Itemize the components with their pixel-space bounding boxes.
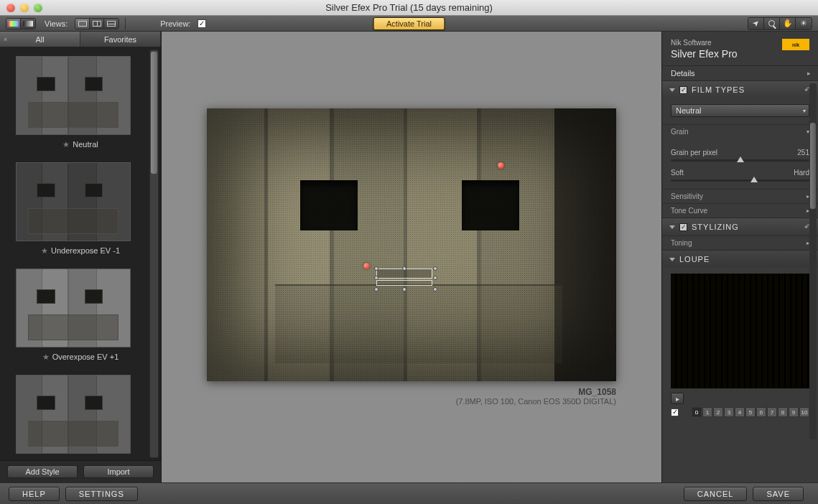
- details-label: Details: [671, 69, 695, 78]
- grain-per-pixel-label: Grain per pixel: [671, 149, 717, 157]
- tab-all[interactable]: ×All: [0, 32, 80, 47]
- zone-2[interactable]: 2: [713, 407, 723, 417]
- main-image[interactable]: [207, 108, 616, 381]
- window-titlebar: Silver Efex Pro Trial (15 days remaining…: [0, 0, 818, 16]
- loupe-preview[interactable]: [671, 274, 810, 388]
- import-button[interactable]: Import: [83, 465, 154, 478]
- preset-scrollbar[interactable]: [149, 50, 159, 458]
- film-type-value: Neutral: [676, 106, 701, 115]
- grain-label: Grain: [671, 128, 688, 136]
- grain-hardness-slider[interactable]: [671, 179, 809, 182]
- tone-curve-row[interactable]: Tone Curve ▸: [662, 203, 818, 218]
- color-mode-color[interactable]: [6, 19, 21, 29]
- close-icon[interactable]: ×: [4, 36, 7, 43]
- light-tool[interactable]: ☀: [796, 18, 812, 29]
- add-style-button[interactable]: Add Style: [7, 465, 78, 478]
- stylizing-checkbox[interactable]: ✓: [679, 223, 687, 231]
- favorite-star-icon[interactable]: ★: [62, 140, 70, 149]
- zone-4[interactable]: 4: [735, 407, 745, 417]
- preview-checkbox[interactable]: ✓: [197, 19, 206, 28]
- brand-header: Nik Software Silver Efex Pro nik: [662, 32, 818, 65]
- preset-item[interactable]: [16, 375, 145, 454]
- view-single[interactable]: [75, 19, 90, 29]
- save-button[interactable]: SAVE: [753, 487, 804, 501]
- triangle-down-icon: [669, 225, 675, 229]
- minimize-window-button[interactable]: [20, 4, 29, 12]
- main-area: ×All Favorites ★Neutral ★Underexpose EV …: [0, 32, 818, 482]
- magnifier-icon: [768, 20, 775, 27]
- control-point-sliders[interactable]: [371, 263, 439, 290]
- cancel-button[interactable]: CANCEL: [684, 487, 748, 501]
- zone-checkbox[interactable]: ✓: [671, 409, 679, 416]
- loupe-pin-button[interactable]: ▸: [671, 393, 684, 404]
- grain-per-pixel-slider[interactable]: [671, 159, 809, 162]
- preset-item[interactable]: ★Underexpose EV -1: [16, 162, 145, 256]
- dropdown-icon: ▾: [803, 108, 806, 114]
- stylizing-section-header[interactable]: ✓ STYLIZING ↶: [662, 218, 818, 235]
- right-panel: Nik Software Silver Efex Pro nik Details…: [661, 32, 818, 482]
- zone-1[interactable]: 1: [702, 407, 712, 417]
- zone-6[interactable]: 6: [756, 407, 766, 417]
- right-panel-scrollbar[interactable]: [809, 83, 817, 439]
- soft-label: Soft: [671, 169, 684, 177]
- settings-button[interactable]: SETTINGS: [65, 487, 138, 501]
- loupe-section-header[interactable]: LOUPE: [662, 251, 818, 268]
- film-types-label: FILM TYPES: [692, 85, 745, 94]
- sensitivity-row[interactable]: Sensitivity ▸: [662, 189, 818, 203]
- color-mode-grey[interactable]: [21, 19, 35, 29]
- stylizing-label: STYLIZING: [692, 223, 739, 231]
- film-type-select[interactable]: Neutral ▾: [671, 104, 809, 117]
- hand-icon: ✋: [783, 19, 793, 28]
- canvas-tools: ➤ ✋ ☀: [748, 17, 812, 30]
- preset-tabs: ×All Favorites: [0, 32, 161, 47]
- preset-item[interactable]: ★Neutral: [16, 56, 145, 149]
- zoom-window-button[interactable]: [34, 4, 42, 12]
- zone-8[interactable]: 8: [778, 407, 788, 417]
- preset-list: ★Neutral ★Underexpose EV -1 ★Overexpose …: [0, 47, 161, 454]
- zone-5[interactable]: 5: [745, 407, 756, 417]
- scrollbar-thumb[interactable]: [810, 123, 816, 209]
- split-horizontal-icon: [107, 21, 116, 27]
- nik-logo: nik: [782, 39, 809, 50]
- film-types-checkbox[interactable]: ✓: [679, 86, 687, 94]
- grain-subsection-header[interactable]: Grain ▾: [662, 124, 818, 139]
- preset-label: Overexpose EV +1: [52, 353, 119, 361]
- loupe-label: LOUPE: [679, 255, 710, 263]
- zoom-tool[interactable]: [764, 18, 780, 29]
- tone-curve-label: Tone Curve: [671, 207, 707, 215]
- zone-0[interactable]: 0: [692, 407, 702, 417]
- zone-7[interactable]: 7: [767, 407, 777, 417]
- tab-favorites[interactable]: Favorites: [80, 32, 161, 47]
- help-button[interactable]: HELP: [9, 487, 60, 501]
- favorite-star-icon[interactable]: ★: [41, 246, 48, 255]
- preview-label: Preview:: [160, 19, 190, 28]
- toning-row[interactable]: Toning ▸: [662, 235, 818, 250]
- preset-item[interactable]: ★Overexpose EV +1: [16, 269, 145, 362]
- tab-all-label: All: [35, 35, 44, 44]
- views-label: Views:: [45, 19, 68, 28]
- zone-9[interactable]: 9: [789, 407, 799, 417]
- control-point[interactable]: [498, 162, 504, 169]
- close-window-button[interactable]: [6, 4, 15, 12]
- film-types-section-header[interactable]: ✓ FILM TYPES ↶: [662, 81, 818, 98]
- grain-per-pixel-value: 251: [797, 149, 809, 157]
- favorite-star-icon[interactable]: ★: [42, 353, 50, 361]
- image-metadata: (7.8MP, ISO 100, Canon EOS 350D DIGITAL): [207, 397, 616, 406]
- scrollbar-thumb[interactable]: [151, 52, 157, 174]
- view-split-v[interactable]: [90, 19, 104, 29]
- toolbar-divider: [125, 18, 126, 29]
- view-split-h[interactable]: [104, 19, 118, 29]
- color-mode-segment: [6, 18, 36, 29]
- control-point[interactable]: [363, 263, 370, 269]
- sensitivity-label: Sensitivity: [671, 192, 703, 200]
- preset-label: Underexpose EV -1: [51, 246, 120, 255]
- bottom-bar: HELP SETTINGS CANCEL SAVE: [0, 482, 818, 504]
- left-panel: ×All Favorites ★Neutral ★Underexpose EV …: [0, 32, 162, 482]
- views-segment: [75, 18, 119, 29]
- pointer-tool[interactable]: ➤: [748, 18, 764, 29]
- pan-tool[interactable]: ✋: [780, 18, 796, 29]
- activate-trial-button[interactable]: Activate Trial: [373, 17, 445, 30]
- zone-3[interactable]: 3: [724, 407, 734, 417]
- zone-10[interactable]: 10: [799, 407, 809, 417]
- details-section-header[interactable]: Details ▸: [662, 66, 818, 80]
